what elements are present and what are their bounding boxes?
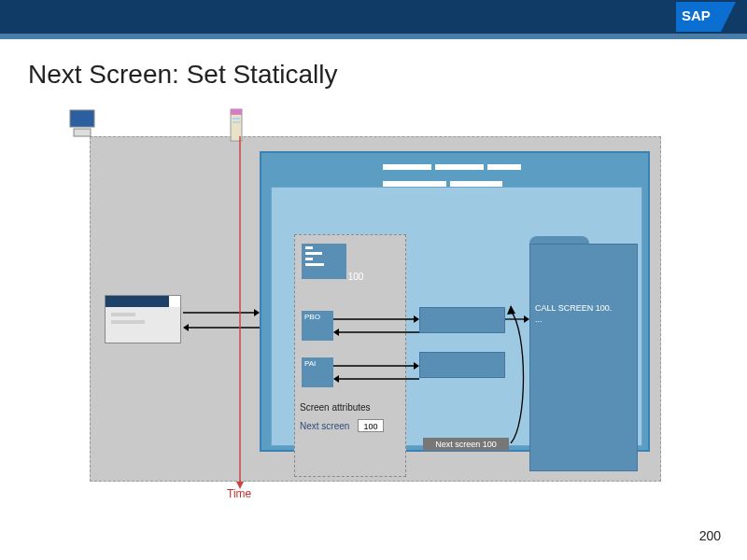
- sap-system-frame: 100 PBO PAI Screen attributes Next scree…: [260, 151, 650, 452]
- svg-rect-11: [233, 121, 240, 123]
- module-to-pbo-arrow: [333, 328, 419, 337]
- svg-rect-9: [231, 109, 242, 115]
- svg-marker-21: [333, 375, 339, 383]
- pbo-to-module-arrow: [333, 315, 419, 324]
- user-screen-panel: [105, 295, 181, 343]
- next-screen-badge: Next screen 100: [423, 438, 509, 451]
- svg-text:SAP: SAP: [682, 7, 711, 23]
- svg-marker-19: [414, 362, 419, 370]
- pbo-box: PBO: [302, 311, 333, 341]
- screen-attributes-label: Screen attributes: [300, 402, 371, 413]
- accent-bar: [0, 34, 747, 39]
- page-title: Next Screen: Set Statically: [28, 60, 337, 90]
- pai-to-module-arrow: [333, 361, 419, 371]
- sap-logo-icon: SAP: [676, 2, 736, 32]
- call-screen-text: CALL SCREEN 100.: [535, 303, 612, 313]
- svg-marker-24: [507, 305, 515, 315]
- svg-rect-2: [70, 110, 94, 127]
- time-axis-arrow: [236, 136, 244, 489]
- svg-marker-17: [333, 329, 339, 336]
- pai-box: PAI: [302, 357, 333, 387]
- svg-marker-15: [414, 315, 419, 323]
- program-container: 100 PBO PAI Screen attributes Next scree…: [271, 187, 642, 446]
- time-label: Time: [227, 487, 251, 500]
- pbo-module-box: [419, 307, 505, 333]
- module-to-pai-arrow: [333, 374, 419, 384]
- next-screen-value: 100: [358, 419, 384, 432]
- svg-marker-7: [183, 324, 189, 331]
- code-ellipsis: ...: [535, 315, 543, 324]
- abap-code-block: [529, 244, 638, 471]
- screen-number: 100: [333, 272, 378, 283]
- svg-rect-10: [233, 118, 240, 119]
- svg-rect-3: [74, 129, 91, 136]
- monitor-icon: [68, 108, 100, 142]
- page-number: 200: [699, 528, 721, 543]
- next-screen-label: Next screen: [300, 421, 349, 431]
- user-arrow-right: [183, 308, 260, 317]
- header-bar: SAP: [0, 0, 747, 34]
- user-arrow-left: [183, 323, 260, 332]
- pai-module-box: [419, 352, 505, 378]
- next-screen-curved-arrow: [507, 303, 535, 443]
